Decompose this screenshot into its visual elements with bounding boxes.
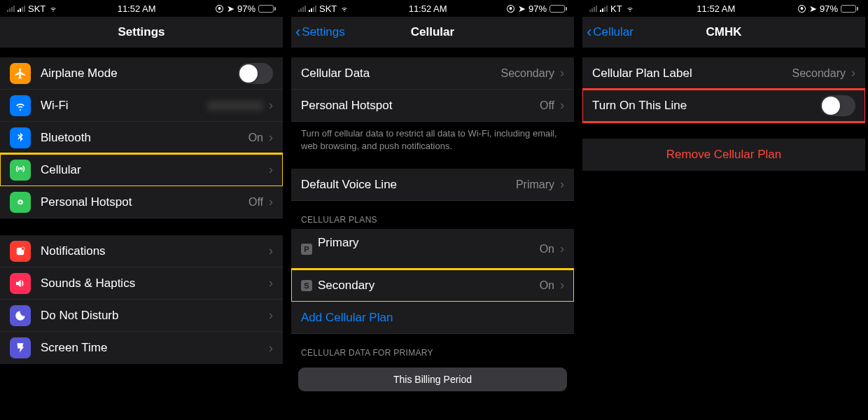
row-personal-hotspot[interactable]: Personal HotspotOff›	[0, 186, 283, 218]
battery-icon	[841, 5, 858, 13]
row-value: On	[248, 132, 263, 144]
wifi-icon	[625, 5, 635, 13]
status-time: 11:52 AM	[118, 4, 156, 14]
chevron-right-icon: ›	[269, 130, 273, 145]
location-icon: ➤	[809, 4, 817, 14]
row-value: Secondary	[501, 67, 555, 80]
nav-bar: ‹ Cellular CMHK	[582, 17, 865, 48]
row-default-voice-line[interactable]: Default Voice LinePrimary›	[291, 169, 574, 201]
row-plan-secondary[interactable]: SSecondaryOn›	[291, 270, 574, 302]
signal-bars-icon	[7, 5, 15, 12]
row-value: Primary	[516, 178, 554, 191]
row-label: Notifications	[41, 244, 106, 258]
row-label: Secondary	[318, 279, 374, 293]
chevron-right-icon: ›	[560, 177, 564, 192]
row-plan-primary[interactable]: PPrimary On›	[291, 229, 574, 270]
chevron-right-icon: ›	[269, 341, 273, 356]
cellular-icon	[10, 160, 31, 181]
chevron-right-icon: ›	[560, 278, 564, 293]
wifi-icon	[48, 5, 58, 13]
chevron-right-icon: ›	[269, 244, 273, 258]
row-cellular-plan-label[interactable]: Cellular Plan LabelSecondary›	[582, 57, 865, 90]
status-time: 11:52 AM	[696, 4, 735, 14]
location-icon: ➤	[227, 4, 234, 14]
turn-on-this-line-toggle[interactable]	[820, 95, 855, 116]
row-do-not-disturb[interactable]: Do Not Disturb›	[0, 300, 283, 332]
row-screen-time[interactable]: Screen Time›	[0, 332, 283, 364]
signal-bars-icon	[589, 5, 597, 12]
row-label: Default Voice Line	[301, 178, 397, 192]
section-header: CELLULAR DATA FOR PRIMARY	[291, 334, 574, 362]
signal-bars-icon	[600, 5, 608, 12]
page-title: Settings	[118, 25, 164, 39]
chevron-left-icon: ‹	[587, 24, 592, 40]
chevron-left-icon: ‹	[295, 24, 300, 40]
chevron-right-icon: ›	[269, 162, 273, 177]
screentime-icon	[10, 337, 31, 358]
phone-screen: SKT 11:52 AM ⦿ ➤ 97% Settings Airplane M…	[0, 0, 283, 420]
row-remove-cellular-plan[interactable]: Remove Cellular Plan	[582, 139, 865, 171]
row-label: Personal Hotspot	[41, 195, 132, 209]
row-label: Turn On This Line	[592, 99, 687, 113]
row-sounds-haptics[interactable]: Sounds & Haptics›	[0, 267, 283, 300]
status-bar: SKT 11:52 AM ⦿ ➤ 97%	[0, 0, 283, 17]
carrier-label: SKT	[319, 4, 337, 14]
row-label: Add Cellular Plan	[301, 311, 393, 325]
airplane-icon	[10, 63, 31, 84]
phone-screen: SKT 11:52 AM ⦿ ➤ 97% ‹ Settings Cellular…	[291, 0, 574, 420]
carrier-label: KT	[610, 4, 622, 14]
row-notifications[interactable]: Notifications›	[0, 235, 283, 267]
back-button[interactable]: ‹ Settings	[295, 24, 345, 40]
row-value: Secondary	[792, 67, 846, 80]
row-cellular-data[interactable]: Cellular DataSecondary›	[291, 57, 574, 90]
nav-bar: Settings	[0, 17, 283, 48]
row-label: Cellular Data	[301, 66, 370, 80]
row-value: Off	[248, 196, 263, 209]
bluetooth-icon	[10, 127, 31, 148]
signal-bars-icon	[309, 5, 316, 12]
row-sublabel	[318, 251, 359, 262]
battery-pct: 97%	[237, 4, 255, 14]
dnd-icon	[10, 305, 31, 326]
chevron-right-icon: ›	[560, 241, 564, 256]
row-airplane-mode[interactable]: Airplane Mode	[0, 57, 283, 90]
row-cellular[interactable]: Cellular›	[0, 154, 283, 186]
row-wifi[interactable]: Wi-Fi›	[0, 90, 283, 122]
row-value: On	[540, 243, 554, 255]
signal-bars-icon	[298, 5, 306, 12]
airplane-mode-toggle[interactable]	[238, 63, 273, 84]
back-button[interactable]: ‹ Cellular	[587, 24, 634, 40]
page-title: Cellular	[411, 25, 454, 39]
chevron-right-icon: ›	[269, 276, 273, 290]
row-label: Wi-Fi	[41, 99, 69, 113]
chevron-right-icon: ›	[269, 308, 273, 323]
section-footer: Turn off cellular data to restrict all d…	[291, 122, 574, 152]
row-value	[207, 101, 263, 111]
chevron-right-icon: ›	[560, 98, 564, 113]
row-turn-on-this-line[interactable]: Turn On This Line	[582, 90, 865, 122]
alarm-icon: ⦿	[797, 4, 806, 14]
row-add-cellular-plan[interactable]: Add Cellular Plan	[291, 302, 574, 334]
status-bar: SKT 11:52 AM ⦿ ➤ 97%	[291, 0, 574, 17]
back-label: Cellular	[593, 25, 634, 39]
carrier-label: SKT	[28, 4, 46, 14]
phone-screen: KT 11:52 AM ⦿ ➤ 97% ‹ Cellular CMHK Cell…	[582, 0, 865, 420]
battery-icon	[258, 5, 276, 13]
row-label: Bluetooth	[41, 131, 91, 145]
status-bar: KT 11:52 AM ⦿ ➤ 97%	[582, 0, 865, 17]
sim-badge: S	[301, 280, 312, 291]
location-icon: ➤	[518, 4, 526, 14]
row-bluetooth[interactable]: BluetoothOn›	[0, 122, 283, 154]
chevron-right-icon: ›	[851, 66, 855, 80]
row-label: Screen Time	[41, 341, 107, 355]
row-personal-hotspot[interactable]: Personal HotspotOff›	[291, 90, 574, 122]
wifi-icon	[340, 5, 349, 13]
row-label: Cellular Plan Label	[592, 66, 692, 80]
hotspot-icon	[10, 192, 31, 213]
signal-bars-icon	[18, 5, 25, 12]
alarm-icon: ⦿	[215, 4, 224, 14]
section-header: CELLULAR PLANS	[291, 201, 574, 229]
svg-point-1	[22, 247, 25, 251]
sounds-icon	[10, 273, 31, 294]
segmented-control[interactable]: This Billing Period	[298, 368, 567, 391]
